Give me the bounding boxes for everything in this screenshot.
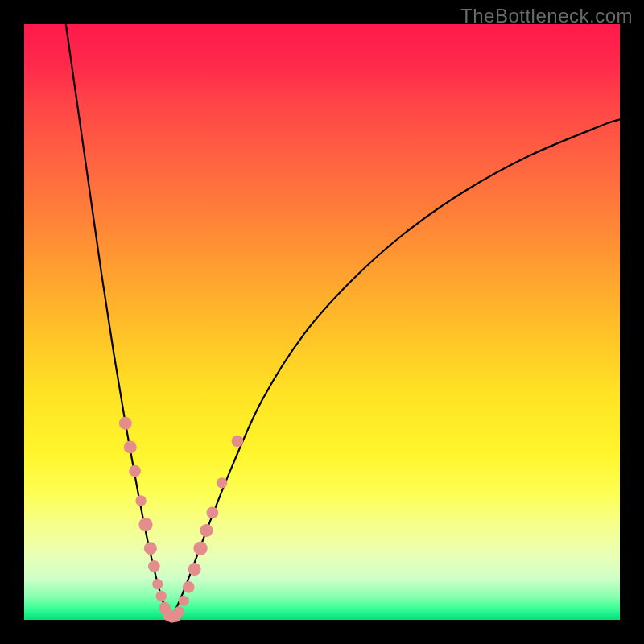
marker-point xyxy=(193,542,207,555)
chart-svg xyxy=(24,24,620,620)
marker-point xyxy=(217,477,227,488)
marker-point xyxy=(188,563,201,576)
chart-stage: TheBottleneck.com xyxy=(0,0,644,644)
curve-right-branch xyxy=(170,119,620,620)
marker-point xyxy=(152,579,163,589)
marker-point xyxy=(129,465,141,477)
marker-point xyxy=(124,440,137,453)
marker-point xyxy=(183,581,195,593)
marker-point xyxy=(144,542,157,555)
marker-point xyxy=(135,495,146,506)
marker-point xyxy=(179,596,189,606)
marker-point xyxy=(174,606,184,617)
marker-point xyxy=(200,524,213,537)
marker-point xyxy=(156,591,167,601)
marker-point xyxy=(148,560,160,572)
marker-point xyxy=(119,417,132,430)
curve-left-branch xyxy=(66,24,171,620)
marker-point xyxy=(232,436,244,448)
marker-group xyxy=(119,417,243,623)
marker-point xyxy=(207,506,219,518)
marker-point xyxy=(138,518,152,531)
plot-area xyxy=(24,24,620,620)
